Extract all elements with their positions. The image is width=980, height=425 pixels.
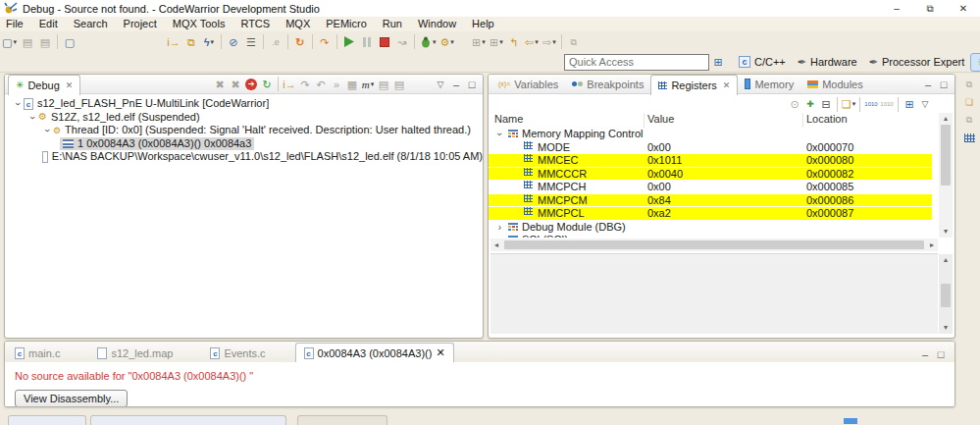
add-register-group-button[interactable]: ✚ [802, 96, 818, 112]
register-row[interactable]: MMCPCL 0xa2 0x000087 [489, 207, 932, 221]
step-return-button[interactable]: ↶ [313, 77, 329, 92]
quick-access-input[interactable] [564, 54, 709, 71]
tab-frame-editor[interactable]: c 0x0084A3 (0x0084A3)() ✕ [295, 343, 454, 362]
flash-file-button[interactable]: ▢ [62, 33, 77, 51]
menu-window[interactable]: Window [410, 17, 464, 31]
minimize-view-button[interactable]: ‒ [448, 77, 464, 92]
multicore-button[interactable]: m▾ [360, 77, 376, 92]
tab-debug[interactable]: ✳ Debug ✕ [8, 75, 80, 95]
menu-rtcs[interactable]: RTCS [232, 17, 278, 31]
collapse-all-button[interactable]: ⊟ [818, 96, 834, 112]
remove-terminated-button[interactable]: ✖ [212, 77, 228, 92]
layout-button[interactable]: ❏▾ [841, 96, 856, 112]
save-all-button[interactable]: ▤ [37, 33, 53, 51]
tree-item-thread[interactable]: › ⚙ Thread [ID: 0x0] (Suspended: Signal … [5, 124, 483, 137]
menu-mqx-tools[interactable]: MQX Tools [165, 17, 233, 31]
skip-breakpoints-button[interactable]: ⊘ [226, 33, 241, 51]
menu-edit[interactable]: Edit [31, 17, 66, 31]
menu-help[interactable]: Help [464, 17, 502, 31]
tab-modules[interactable]: Modules [800, 75, 870, 94]
profiler-button[interactable]: .e [268, 33, 284, 51]
close-icon[interactable]: ✕ [66, 80, 74, 90]
back-history-button[interactable]: ⇦▾ [524, 33, 540, 51]
pause-view-button[interactable]: ▦ [344, 77, 360, 92]
maximize-view-button[interactable]: □ [464, 77, 480, 92]
flash-programmer-button[interactable]: ϟ▾ [201, 33, 217, 51]
scroll-left-icon[interactable]: ◂ [490, 240, 502, 249]
step-into-button[interactable]: i→ [282, 77, 297, 92]
window-close-button[interactable]: ✕ [947, 0, 980, 17]
run-launch-button[interactable]: ⚙▾ [438, 33, 454, 51]
tree-item-process[interactable]: › ⚙ S12Z, s12_led.elf (Suspended) [5, 111, 483, 125]
perspective-debug[interactable]: ✳ Debug [970, 53, 980, 72]
menu-pemicro[interactable]: PEMicro [318, 17, 375, 31]
link-editor-button[interactable]: ⊞▾ [489, 33, 504, 51]
maximize-view-button[interactable]: □ [936, 77, 952, 92]
register-group-row[interactable]: › Memory Mapping Control (MMC [489, 128, 932, 141]
register-row[interactable]: MMCPCH 0x00 0x000085 [489, 181, 932, 194]
scroll-up-icon[interactable]: ▴ [944, 254, 948, 266]
register-row[interactable]: MMCEC 0x1011 0x000080 [489, 154, 932, 168]
new-wizard-button[interactable]: ▢▾ [1, 33, 18, 51]
maximize-view-button[interactable]: □ [933, 346, 949, 362]
view-menu-button[interactable]: ▽ [433, 77, 448, 92]
tree-item-elf-file[interactable]: E:\NAS BACKUP\Workspace\cwuser_v11.0\s12… [5, 150, 483, 164]
step-into-tool-button[interactable]: i→ [166, 33, 181, 51]
attach-button[interactable]: ⧉ [183, 33, 199, 51]
registers-horizontal-scrollbar[interactable]: ◂ ▸ [490, 239, 938, 251]
registers-vertical-scrollbar[interactable]: ▴ ▾ [939, 113, 953, 238]
minimize-view-button[interactable]: ‒ [920, 77, 936, 92]
perspective-processor-expert[interactable]: ✒ Processor Expert [863, 53, 971, 72]
minimized-registers-icon[interactable] [961, 130, 977, 145]
tab-variables[interactable]: (x)= Variables [491, 75, 565, 94]
menu-search[interactable]: Search [66, 17, 116, 31]
expand-stack-button[interactable]: ▤ [391, 77, 407, 92]
restart-button[interactable]: ↷ [317, 33, 333, 51]
window-restore-button[interactable]: ⧉ [913, 0, 947, 17]
perspective-hardware[interactable]: ✒ Hardware [792, 53, 863, 72]
register-group-row[interactable]: › Debug Module (DBG) [489, 221, 932, 235]
tree-item-stack-frame[interactable]: 1 0x0084A3 (0x0084A3)() 0x0084a3 [5, 137, 483, 151]
scrollbar-thumb[interactable] [941, 125, 951, 186]
tree-collapsed-icon[interactable]: › [494, 234, 505, 238]
debug-launch-button[interactable]: ▾ [419, 33, 438, 51]
number-format-alt-button[interactable]: 1010 [879, 96, 895, 112]
forward-history-button[interactable]: ⇨▾ [542, 33, 557, 51]
close-icon[interactable]: ✕ [436, 346, 444, 359]
window-minimize-button[interactable]: – [880, 0, 913, 17]
tab-registers[interactable]: Registers ✕ [650, 75, 738, 95]
tab-s12-led-map[interactable]: s12_led.map [89, 344, 181, 362]
number-format-button[interactable]: 1010 [863, 96, 879, 112]
save-button[interactable]: ▤ [20, 33, 35, 51]
tree-expanded-icon[interactable]: › [493, 129, 507, 139]
pin-editor-button[interactable]: ⊞▾ [471, 33, 487, 51]
tab-breakpoints[interactable]: Breakpoints [565, 75, 650, 94]
scroll-right-icon[interactable]: ▸ [926, 240, 938, 249]
instruction-stepping-button[interactable]: » [329, 77, 344, 92]
tree-expanded-icon[interactable]: › [26, 112, 40, 123]
pin-view-button[interactable]: ⊙ [787, 96, 802, 112]
tree-expanded-icon[interactable]: › [41, 125, 55, 135]
menu-file[interactable]: File [0, 17, 31, 31]
suspend-button[interactable] [359, 33, 375, 51]
last-edit-location-button[interactable]: ↰ [506, 33, 522, 51]
new-register-view-button[interactable]: ⊞ [902, 96, 917, 112]
register-row[interactable]: MMCCCR 0x0040 0x000082 [489, 168, 932, 182]
view-disassembly-button[interactable]: View Disassembly... [15, 390, 128, 407]
view-menu-button[interactable]: ▽ [917, 96, 933, 112]
tab-memory[interactable]: Memory [738, 75, 800, 94]
reset-target-button[interactable]: ➔ [243, 77, 259, 92]
scroll-up-icon[interactable]: ▴ [944, 113, 948, 125]
scrollbar-thumb[interactable] [504, 240, 924, 249]
perspective-cpp[interactable]: c C/C++ [733, 53, 792, 72]
menu-run[interactable]: Run [375, 17, 410, 31]
show-breakpoints-button[interactable]: ☰ [243, 33, 259, 51]
minimize-view-button[interactable]: ‒ [917, 346, 933, 362]
disconnect-view-button[interactable]: ✖ [228, 77, 243, 92]
tree-collapsed-icon[interactable]: › [494, 221, 505, 235]
disconnect-button[interactable]: ↝ [394, 33, 410, 51]
detail-vertical-scrollbar[interactable]: ▴ ▾ [939, 254, 953, 334]
minimized-view-icon[interactable]: ❏ [961, 94, 977, 110]
register-group-row[interactable]: › SCI (SCI) [489, 234, 932, 238]
step-over-button[interactable]: ↷ [297, 77, 313, 92]
